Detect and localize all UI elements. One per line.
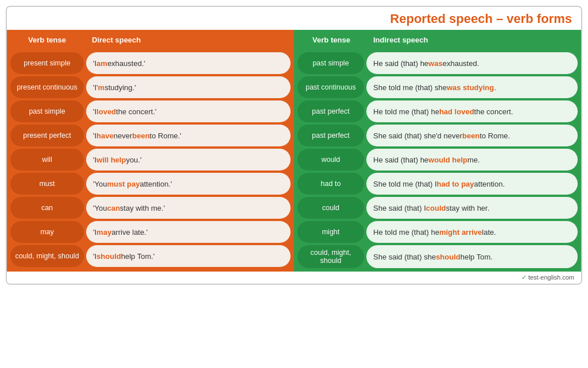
left-row-1: present continuous'I'm studying.' <box>10 76 291 98</box>
indirect-speech-1: She told me (that) she was studying. <box>366 76 578 98</box>
verb-tense-right-4: would <box>297 149 364 171</box>
right-row-2: past perfectHe told me (that) he had lov… <box>297 100 578 122</box>
direct-speech-3: 'I have never been to Rome.' <box>86 125 291 146</box>
left-row-6: can'You can stay with me.' <box>10 197 291 219</box>
verb-tense-left-2: past simple <box>10 100 84 122</box>
header-verb-tense-right: Verb tense <box>294 30 369 50</box>
footer-check-icon: ✓ <box>521 274 528 281</box>
right-row-8: could, might, shouldShe said (that) she … <box>297 245 578 268</box>
verb-tense-right-0: past simple <box>297 52 364 74</box>
footer-text: test-english.com <box>528 274 574 281</box>
left-row-0: present simple'I am exhausted.' <box>10 52 291 74</box>
direct-speech-4: 'I will help you.' <box>86 149 291 171</box>
verb-tense-left-3: present perfect <box>10 125 84 146</box>
left-row-7: may'I may arrive late.' <box>10 221 291 243</box>
verb-tense-left-7: may <box>10 221 84 243</box>
right-row-3: past perfectShe said (that) she'd never … <box>297 125 578 146</box>
verb-tense-left-0: present simple <box>10 52 84 74</box>
direct-speech-8: 'I should help Tom.' <box>86 245 291 267</box>
left-header: Verb tense Direct speech <box>7 30 294 50</box>
title-bar: Reported speech – verb forms <box>7 7 581 30</box>
left-row-4: will'I will help you.' <box>10 149 291 171</box>
indirect-speech-8: She said (that) she should help Tom. <box>366 245 578 268</box>
direct-speech-6: 'You can stay with me.' <box>86 197 291 219</box>
right-row-1: past continuousShe told me (that) she wa… <box>297 76 578 98</box>
left-row-3: present perfect'I have never been to Rom… <box>10 125 291 146</box>
left-row-5: must'You must pay attention.' <box>10 173 291 195</box>
footer: ✓ test-english.com <box>7 272 581 284</box>
indirect-speech-0: He said (that) he was exhausted. <box>366 52 578 74</box>
verb-tense-right-5: had to <box>297 173 364 195</box>
right-row-6: couldShe said (that) I could stay with h… <box>297 197 578 219</box>
verb-tense-left-6: can <box>10 197 84 219</box>
verb-tense-right-1: past continuous <box>297 76 364 98</box>
verb-tense-left-1: present continuous <box>10 76 84 98</box>
direct-speech-2: 'I loved the concert.' <box>86 100 291 122</box>
indirect-speech-7: He told me (that) he might arrive late. <box>366 221 578 243</box>
right-row-0: past simpleHe said (that) he was exhaust… <box>297 52 578 74</box>
direct-speech-7: 'I may arrive late.' <box>86 221 291 243</box>
right-header: Verb tense Indirect speech <box>294 30 581 50</box>
right-row-5: had toShe told me (that) I had to pay at… <box>297 173 578 195</box>
verb-tense-left-5: must <box>10 173 84 195</box>
verb-tense-right-7: might <box>297 221 364 243</box>
indirect-speech-4: He said (that) he would help me. <box>366 149 578 171</box>
direct-speech-1: 'I'm studying.' <box>86 76 291 98</box>
page-title: Reported speech – verb forms <box>390 11 572 26</box>
direct-speech-0: 'I am exhausted.' <box>86 52 291 74</box>
header-verb-tense-left: Verb tense <box>7 30 87 50</box>
header-direct-speech: Direct speech <box>87 30 294 50</box>
verb-tense-right-2: past perfect <box>297 100 364 122</box>
verb-tense-left-4: will <box>10 149 84 171</box>
page-wrapper: Reported speech – verb forms Verb tense … <box>6 6 582 285</box>
header-indirect-speech: Indirect speech <box>369 30 581 50</box>
left-row-8: could, might, should'I should help Tom.' <box>10 245 291 267</box>
verb-tense-left-8: could, might, should <box>10 245 84 267</box>
left-row-2: past simple'I loved the concert.' <box>10 100 291 122</box>
left-half: Verb tense Direct speech present simple'… <box>7 30 294 272</box>
indirect-speech-2: He told me (that) he had loved the conce… <box>366 100 578 122</box>
right-row-7: mightHe told me (that) he might arrive l… <box>297 221 578 243</box>
indirect-speech-3: She said (that) she'd never been to Rome… <box>366 125 578 146</box>
main-table: Verb tense Direct speech present simple'… <box>7 30 581 272</box>
left-rows: present simple'I am exhausted.'present c… <box>7 50 294 270</box>
indirect-speech-5: She told me (that) I had to pay attentio… <box>366 173 578 195</box>
indirect-speech-6: She said (that) I could stay with her. <box>366 197 578 219</box>
right-half: Verb tense Indirect speech past simpleHe… <box>294 30 581 272</box>
verb-tense-right-6: could <box>297 197 364 219</box>
verb-tense-right-3: past perfect <box>297 125 364 146</box>
verb-tense-right-8: could, might, should <box>297 245 364 268</box>
right-rows: past simpleHe said (that) he was exhaust… <box>294 50 581 272</box>
direct-speech-5: 'You must pay attention.' <box>86 173 291 195</box>
right-row-4: wouldHe said (that) he would help me. <box>297 149 578 171</box>
